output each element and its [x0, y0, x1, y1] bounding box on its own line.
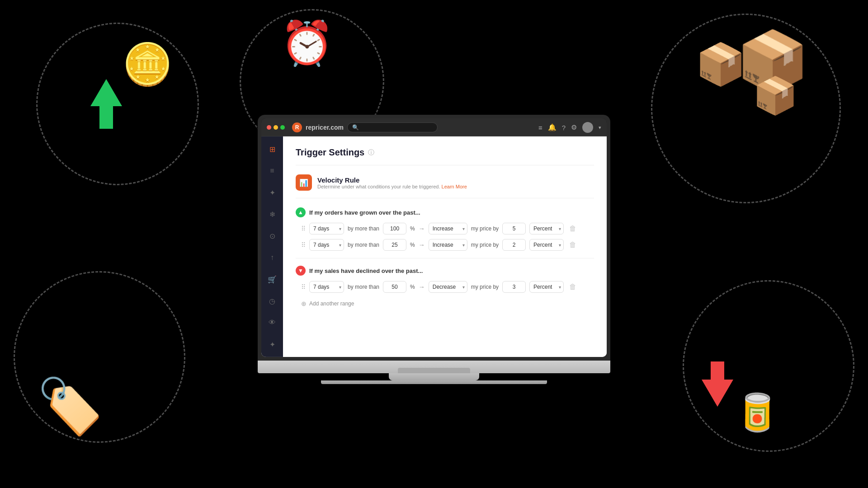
sidebar: ⊞ ≡ ✦ ❄ ⊙ ↑ 🛒 ◷ 👁 ✦ — [261, 136, 283, 357]
velocity-rule-desc: Determine under what conditions your rul… — [317, 183, 467, 189]
browser-toolbar: ≡ 🔔 ? ⚙ ▾ — [538, 122, 601, 133]
grown-rules-container: ⠿ 7 days 14 days 30 days by more than % — [296, 223, 594, 251]
laptop-base — [258, 361, 610, 373]
filter-icon[interactable]: ≡ — [538, 123, 542, 131]
laptop-container: R repricer.com 🔍 ≡ 🔔 ? ⚙ ▾ — [258, 115, 610, 384]
sidebar-icon-gear[interactable]: ✦ — [265, 337, 279, 352]
action-select-wrapper-1: Increase Decrease Match — [429, 223, 467, 235]
type-select-wrapper-3: Percent Fixed — [529, 281, 564, 293]
amount-input-1[interactable] — [502, 223, 526, 235]
table-row: ⠿ 7 days 14 days 30 days by more than % — [296, 239, 594, 251]
days-select-wrapper-2: 7 days 14 days 30 days — [309, 239, 344, 251]
my-price-by-label-1: my price by — [471, 225, 499, 232]
grown-icon: ▲ — [296, 207, 306, 217]
main-panel: Trigger Settings ⓘ 📊 Velocity Rule Deter… — [283, 136, 607, 357]
delete-rule-3[interactable]: 🗑 — [569, 283, 576, 291]
sidebar-icon-star[interactable]: ✦ — [265, 185, 279, 200]
browser-chrome: R repricer.com 🔍 ≡ 🔔 ? ⚙ ▾ — [261, 118, 607, 136]
sidebar-icon-menu[interactable]: ≡ — [265, 164, 279, 178]
my-price-by-label-2: my price by — [471, 242, 499, 248]
trigger-settings-header: Trigger Settings ⓘ — [296, 147, 594, 165]
laptop-foot — [321, 380, 547, 384]
info-icon[interactable]: ⓘ — [368, 148, 374, 156]
amount-input-2[interactable] — [502, 239, 526, 251]
svg-marker-0 — [90, 79, 122, 129]
bell-icon[interactable]: 🔔 — [548, 123, 557, 131]
velocity-rule-icon: 📊 — [296, 174, 312, 191]
drag-handle-2[interactable]: ⠿ — [301, 241, 306, 249]
coins-bottom-icon: 🥫 — [735, 391, 780, 434]
help-icon[interactable]: ? — [562, 123, 566, 131]
velocity-rule-header: 📊 Velocity Rule Determine under what con… — [296, 174, 594, 198]
type-select-wrapper-2: Percent Fixed — [529, 239, 564, 251]
sidebar-icon-circle[interactable]: ⊙ — [265, 229, 279, 243]
days-select-2[interactable]: 7 days 14 days 30 days — [309, 239, 344, 251]
action-select-2[interactable]: Increase Decrease Match — [429, 239, 467, 251]
value-input-1[interactable] — [383, 223, 406, 235]
orders-grown-section-header: ▲ If my orders have grown over the past.… — [296, 207, 594, 217]
browser-dot-close[interactable] — [267, 125, 271, 130]
red-arrow-down-icon — [701, 359, 735, 409]
by-more-than-label-2: by more than — [348, 242, 379, 248]
price-tag-icon: 🏷️ — [36, 375, 104, 438]
svg-marker-1 — [702, 361, 733, 407]
declined-rules-container: ⠿ 7 days 14 days 30 days by more than % — [296, 281, 594, 293]
browser-search-bar[interactable]: 🔍 — [347, 122, 438, 132]
percent-label-1: % — [410, 225, 415, 232]
days-select-wrapper-3: 7 days 14 days 30 days — [309, 281, 344, 293]
add-range-button[interactable]: ⊕ Add another range — [296, 297, 594, 310]
delete-rule-1[interactable]: 🗑 — [569, 225, 576, 233]
percent-label-3: % — [410, 284, 415, 290]
sidebar-icon-eye[interactable]: 👁 — [265, 315, 279, 330]
sidebar-icon-snowflake[interactable]: ❄ — [265, 207, 279, 221]
drag-handle-3[interactable]: ⠿ — [301, 283, 306, 291]
value-input-3[interactable] — [383, 281, 406, 293]
velocity-rule-info: Velocity Rule Determine under what condi… — [317, 176, 467, 189]
drag-handle-1[interactable]: ⠿ — [301, 225, 306, 232]
clock-icon: ⏰ — [280, 18, 334, 69]
section-divider — [296, 258, 594, 258]
my-price-by-label-3: my price by — [471, 284, 499, 290]
action-select-3[interactable]: Increase Decrease Match — [429, 281, 467, 293]
user-avatar[interactable] — [582, 122, 593, 133]
sidebar-icon-upload[interactable]: ↑ — [265, 250, 279, 265]
declined-section-title: If my sales have declined over the past.… — [309, 267, 423, 274]
coins-top-icon: 🪙 — [122, 41, 173, 88]
avatar-dropdown-icon: ▾ — [599, 124, 601, 130]
arrow-icon-3: → — [419, 283, 425, 291]
type-select-1[interactable]: Percent Fixed — [529, 223, 564, 235]
by-more-than-label-3: by more than — [348, 284, 379, 290]
value-input-2[interactable] — [383, 239, 406, 251]
arrow-icon-1: → — [419, 225, 425, 232]
laptop-stand — [389, 373, 479, 380]
browser-logo: R — [292, 122, 302, 132]
type-select-3[interactable]: Percent Fixed — [529, 281, 564, 293]
action-select-1[interactable]: Increase Decrease Match — [429, 223, 467, 235]
settings-icon[interactable]: ⚙ — [571, 123, 577, 131]
app-content: ⊞ ≡ ✦ ❄ ⊙ ↑ 🛒 ◷ 👁 ✦ Trigger Settings — [261, 136, 607, 357]
percent-label-2: % — [410, 242, 415, 248]
days-select-3[interactable]: 7 days 14 days 30 days — [309, 281, 344, 293]
add-range-plus-icon: ⊕ — [301, 300, 307, 307]
type-select-2[interactable]: Percent Fixed — [529, 239, 564, 251]
add-range-label: Add another range — [309, 300, 354, 307]
green-arrow-up-icon — [88, 77, 124, 131]
browser-dot-minimize[interactable] — [274, 125, 278, 130]
action-select-wrapper-2: Increase Decrease Match — [429, 239, 467, 251]
sidebar-icon-clock[interactable]: ◷ — [265, 294, 279, 308]
amount-input-3[interactable] — [502, 281, 526, 293]
browser-dot-maximize[interactable] — [280, 125, 285, 130]
grown-section-title: If my orders have grown over the past... — [309, 209, 420, 216]
table-row: ⠿ 7 days 14 days 30 days by more than % — [296, 223, 594, 235]
laptop-screen-inner: R repricer.com 🔍 ≡ 🔔 ? ⚙ ▾ — [261, 118, 607, 357]
type-select-wrapper-1: Percent Fixed — [529, 223, 564, 235]
action-select-wrapper-3: Increase Decrease Match — [429, 281, 467, 293]
sidebar-icon-grid[interactable]: ⊞ — [265, 142, 279, 156]
sidebar-icon-cart[interactable]: 🛒 — [265, 272, 279, 286]
days-select-1[interactable]: 7 days 14 days 30 days — [309, 223, 344, 235]
velocity-rule-title: Velocity Rule — [317, 176, 467, 183]
delete-rule-2[interactable]: 🗑 — [569, 241, 576, 249]
learn-more-link[interactable]: Learn More — [442, 183, 467, 189]
declined-icon: ▼ — [296, 266, 306, 276]
laptop-screen-outer: R repricer.com 🔍 ≡ 🔔 ? ⚙ ▾ — [258, 115, 610, 361]
